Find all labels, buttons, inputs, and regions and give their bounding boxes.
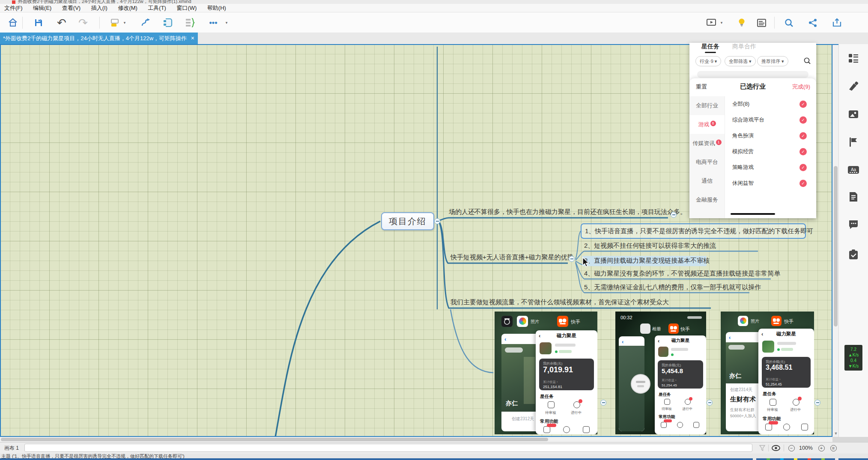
scroll-down-arrow[interactable]: ▼ xyxy=(833,431,839,436)
attached-image-phone-1[interactable]: 照片 快手 ‹ 亦仁 创建2312天 ‹ 磁力聚星 xyxy=(495,312,597,434)
menu-window[interactable]: 窗口(W) xyxy=(172,4,201,12)
topic-advantage-2[interactable]: 2、短视频不挂任何链接可以获得非常大的推流 xyxy=(584,242,716,250)
idea-button[interactable] xyxy=(735,16,749,30)
preview-eye-button[interactable] xyxy=(772,444,780,452)
vertical-scrollbar-thumb[interactable] xyxy=(834,166,838,326)
topic-advantage-4[interactable]: 4、磁力聚星没有复杂的环节，不管视频还是直播挂载链接是非常简单 xyxy=(584,270,780,278)
home-button[interactable] xyxy=(6,16,20,30)
style-dropdown[interactable]: ▾ xyxy=(122,16,128,30)
boundary-button[interactable] xyxy=(161,16,175,30)
sheet-tab-strip[interactable] xyxy=(24,444,752,452)
pending-icon xyxy=(664,399,670,405)
zoom-level[interactable]: 100% xyxy=(799,442,813,454)
menu-view[interactable]: 查看(V) xyxy=(58,4,85,12)
tab-close-icon[interactable]: × xyxy=(191,33,194,44)
menu-modify[interactable]: 修改(M) xyxy=(113,4,142,12)
option-simulation: 模拟经营 xyxy=(729,144,813,160)
ongoing-badge xyxy=(798,397,802,401)
presentation-dropdown[interactable]: ▾ xyxy=(719,16,725,30)
topic-advantage-3[interactable]: 3、直播间挂载磁力聚星变现链接基本不审核 xyxy=(584,257,710,265)
comments-button[interactable] xyxy=(847,218,859,230)
zoom-in-button[interactable]: + xyxy=(817,444,826,452)
menu-help[interactable]: 帮助(H) xyxy=(203,4,230,12)
fit-view-button[interactable]: ≡ xyxy=(829,444,838,452)
kuaishou-app-label: 快手 xyxy=(784,318,793,325)
horizontal-scrollbar-thumb[interactable] xyxy=(1,438,548,441)
total-label: 累计收益 › xyxy=(766,377,781,382)
pending-label: 待审核 xyxy=(662,407,672,411)
topic-advantages[interactable]: 快手短视频+无人语音直播+磁力聚星的优势 xyxy=(450,253,574,261)
app-logo-icon xyxy=(12,0,15,4)
media-badge: 1 xyxy=(716,139,722,145)
star-tasks-title: 星任务 xyxy=(540,394,554,400)
attached-image-phone-3[interactable]: 照片 快手 ‹ 亦仁 创建2314天 生财有术 生财有术社群 50000+人加入… xyxy=(721,312,814,434)
photos-app-icon xyxy=(738,316,748,326)
collapse-root-icon[interactable] xyxy=(434,218,440,224)
outline-view-button[interactable] xyxy=(755,16,768,30)
style-button[interactable] xyxy=(108,16,122,30)
save-button[interactable] xyxy=(32,16,45,30)
topic-video-strategy[interactable]: 我们主要做短视频流量，不管做什么领域视频素材，首先保证这个素材受众大 xyxy=(450,298,669,306)
collapse-image3-icon[interactable] xyxy=(814,400,820,406)
check-icon xyxy=(799,148,807,155)
export-button[interactable] xyxy=(830,16,844,30)
summary-button[interactable] xyxy=(183,16,197,30)
window-title: 外面收费2千的磁力聚星项目，24小时无人直播，4个月122w，可矩阵操作(1).… xyxy=(18,0,191,4)
outline-structure-button[interactable] xyxy=(847,52,859,64)
ongoing-label: 进行中 xyxy=(682,407,692,411)
phone2-juxing-card: ‹ 磁力聚星 我的余额(元) 5,454.8 累计收益 › 51,254.45 … xyxy=(655,335,706,434)
menu-insert[interactable]: 插入(I) xyxy=(87,4,112,12)
search-button[interactable] xyxy=(782,16,796,30)
camera-app-icon xyxy=(501,316,513,327)
presentation-button[interactable] xyxy=(704,16,718,30)
redo-button[interactable]: ↷ xyxy=(76,16,90,30)
format-brush-button[interactable] xyxy=(847,80,859,92)
collapse-image2-icon[interactable] xyxy=(707,400,713,406)
share-button[interactable] xyxy=(806,16,820,30)
func-icon-2 xyxy=(783,424,790,430)
taskbar-icon[interactable] xyxy=(767,458,770,460)
menu-file[interactable]: 文件(F) xyxy=(0,4,27,12)
topic-advantage-5[interactable]: 5、无需缴纳保证金乱七八糟的费用，仅靠一部手机就可以操作 xyxy=(584,283,761,291)
taskbar-icon[interactable] xyxy=(780,458,784,460)
topic-advantage-1[interactable]: 1、快手语音直播，只要不是很厉害的诱导完全不违规，做好匹配的下载任务即可 xyxy=(585,227,813,235)
func-icon-1 xyxy=(543,426,550,433)
verified-dot xyxy=(671,353,674,356)
zoom-out-button[interactable]: − xyxy=(787,444,796,452)
func-badge xyxy=(664,419,672,422)
taskbar-icon[interactable] xyxy=(821,458,825,460)
check-icon xyxy=(799,180,807,187)
taskbar-icon[interactable] xyxy=(808,458,811,460)
insert-image-button[interactable] xyxy=(847,108,859,120)
menu-tools[interactable]: 工具(T) xyxy=(143,4,170,12)
more-tools-dropdown[interactable]: ▾ xyxy=(224,16,230,30)
func-badge xyxy=(547,424,556,427)
status-time: 00:32 xyxy=(620,315,632,320)
collapse-image1-icon[interactable] xyxy=(600,400,606,406)
taskbar-icon[interactable] xyxy=(794,458,797,460)
panel-search-icon xyxy=(803,57,811,65)
file-tab-title: *外面收费2千的磁力聚星项目，24小时无人直播，4个月122w，可矩阵操作(1) xyxy=(3,33,187,44)
topic-project-intro[interactable]: 项目介绍 xyxy=(381,212,434,230)
task-clipboard-button[interactable] xyxy=(847,249,859,261)
topic-market[interactable]: 场的人还不算很多，快手也在力推磁力聚星，目前还在疯狂生长期，项目玩法众多。 xyxy=(449,208,686,216)
marker-flag-button[interactable] xyxy=(847,136,859,148)
attached-image-industry-filter[interactable]: 星任务 商单合作 行业·9 ▾ 全部筛选 ▾ 推荐排序 ▾ 重置 已选行业 完成… xyxy=(689,43,816,218)
collapse-advantages-icon[interactable] xyxy=(569,256,575,262)
menu-edit[interactable]: 编辑(E) xyxy=(29,4,56,12)
attached-image-phone-2[interactable]: 00:32 相册 快手 ‹ ‹ 磁力聚星 xyxy=(615,312,706,434)
sticker-text-button[interactable]: Aa xyxy=(847,164,859,176)
horizontal-scrollbar[interactable] xyxy=(0,437,832,442)
photos-app-label: 照片 xyxy=(531,319,539,325)
vertical-scrollbar[interactable]: ▼ xyxy=(832,44,838,437)
more-tools-button[interactable]: ••• xyxy=(206,16,220,30)
taskbar-icon[interactable] xyxy=(835,458,838,460)
undo-button[interactable]: ↶ xyxy=(55,16,69,30)
collapse-market-icon[interactable] xyxy=(671,212,677,218)
file-tab-active[interactable]: *外面收费2千的磁力聚星项目，24小时无人直播，4个月122w，可矩阵操作(1)… xyxy=(0,33,198,44)
filter-button[interactable] xyxy=(758,444,767,452)
taskbar-icon[interactable] xyxy=(753,458,756,460)
relationship-button[interactable] xyxy=(139,16,152,30)
notes-button[interactable] xyxy=(847,191,859,203)
sheet-tab[interactable]: 画布 1 xyxy=(4,442,19,454)
